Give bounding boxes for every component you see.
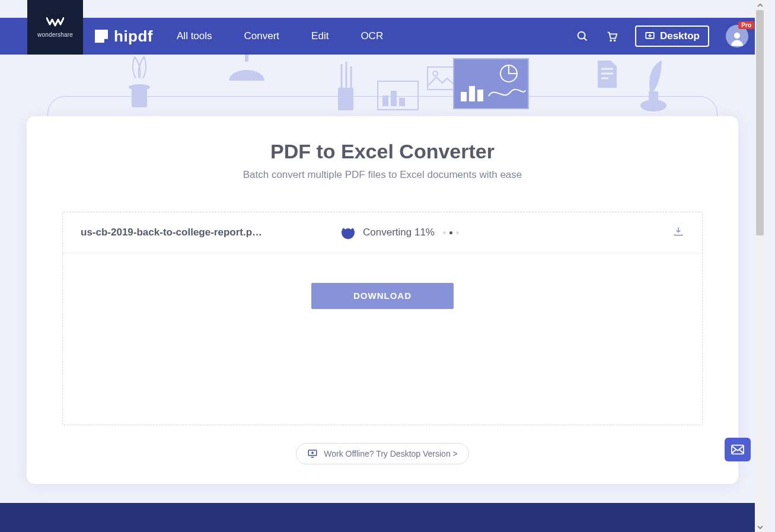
nav-convert[interactable]: Convert: [244, 30, 280, 42]
document-icon: [595, 59, 619, 89]
hipdf-logo-icon: [95, 30, 108, 43]
download-button[interactable]: DOWNLOAD: [311, 283, 454, 309]
svg-line-1: [584, 38, 586, 40]
lamp-icon: [223, 55, 270, 85]
page-title: PDF to Excel Converter: [27, 140, 738, 163]
scroll-track[interactable]: [755, 10, 765, 522]
desktop-button[interactable]: Desktop: [635, 26, 709, 47]
navbar: hipdf All tools Convert Edit OCR Desktop: [0, 18, 765, 55]
offline-pill[interactable]: Work Offline? Try Desktop Version >: [296, 443, 469, 464]
download-file-icon[interactable]: [672, 225, 684, 240]
desktop-button-label: Desktop: [660, 30, 700, 42]
search-icon[interactable]: [576, 30, 589, 43]
wondershare-brand[interactable]: wondershare: [27, 0, 83, 55]
svg-rect-21: [732, 445, 744, 454]
scrollbar[interactable]: [755, 0, 765, 532]
download-to-desktop-icon: [645, 31, 655, 42]
converter-card: PDF to Excel Converter Batch convert mul…: [27, 116, 738, 484]
offline-label: Work Offline? Try Desktop Version >: [324, 449, 458, 458]
account-menu[interactable]: Pro: [726, 25, 748, 47]
spinner-icon: [342, 226, 355, 239]
plant-icon: [119, 55, 160, 114]
svg-point-7: [129, 84, 150, 90]
file-status: Converting 11%: [342, 226, 661, 239]
svg-rect-8: [245, 55, 248, 62]
nav-edit[interactable]: Edit: [311, 30, 329, 42]
status-text: Converting 11%: [363, 227, 435, 238]
svg-rect-11: [383, 96, 388, 106]
svg-rect-19: [649, 91, 658, 103]
wondershare-logo-icon: [46, 17, 64, 28]
decorative-strip: [0, 55, 765, 123]
mail-icon: [731, 444, 744, 455]
svg-point-2: [610, 40, 611, 41]
dashboard-icon: [453, 58, 529, 109]
hipdf-logo-text: hipdf: [114, 27, 153, 46]
svg-rect-13: [400, 98, 404, 106]
quill-icon: [636, 57, 671, 113]
pencils-icon: [331, 60, 361, 114]
wondershare-brand-text: wondershare: [37, 31, 73, 38]
scroll-down-icon[interactable]: [755, 522, 765, 532]
page-subtitle: Batch convert multiple PDF files to Exce…: [27, 169, 738, 181]
svg-point-3: [614, 40, 615, 41]
svg-point-5: [734, 33, 740, 39]
file-row: us-cb-2019-back-to-college-report.p… Con…: [63, 212, 702, 253]
svg-rect-12: [391, 91, 396, 106]
file-name: us-cb-2019-back-to-college-report.p…: [81, 227, 330, 238]
scroll-thumb[interactable]: [756, 10, 764, 235]
footer-band: [0, 503, 765, 532]
progress-dots-icon: [443, 231, 459, 234]
nav-all-tools[interactable]: All tools: [177, 30, 212, 42]
hipdf-logo[interactable]: hipdf: [95, 27, 153, 46]
svg-point-15: [433, 71, 438, 76]
svg-rect-6: [132, 87, 147, 107]
nav-ocr[interactable]: OCR: [361, 30, 383, 42]
svg-rect-9: [338, 88, 353, 110]
feedback-mail-button[interactable]: [725, 438, 751, 461]
monitor-download-icon: [307, 448, 318, 459]
svg-point-0: [578, 32, 585, 39]
file-drop-zone[interactable]: us-cb-2019-back-to-college-report.p… Con…: [62, 212, 703, 425]
scroll-up-icon[interactable]: [755, 0, 765, 10]
barchart-icon: [377, 81, 419, 110]
pro-badge: Pro: [738, 21, 754, 29]
cart-icon[interactable]: [605, 30, 618, 43]
